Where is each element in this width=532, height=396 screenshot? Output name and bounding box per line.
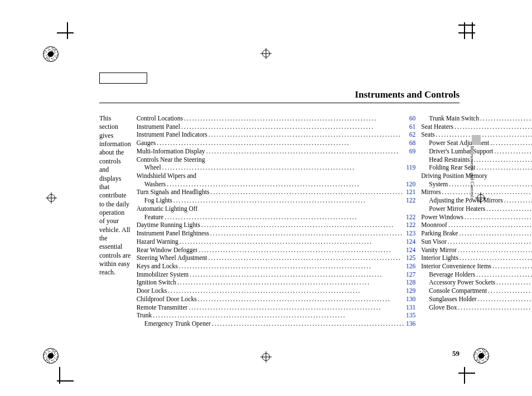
toc-leader-dots (188, 271, 406, 279)
intro-column: This section gives information about the… (99, 114, 137, 328)
toc-entry-label: Parking Brake (421, 229, 458, 238)
toc-entry-label: Driver's Lumbar Support (429, 147, 493, 156)
toc-entry-label: Multi-Information Display (137, 147, 205, 156)
registration-mark-icon (473, 348, 489, 364)
toc-entry-label: Interior Lights (421, 254, 458, 262)
toc-entry-label: Moonroof (421, 221, 447, 229)
toc-page-link[interactable]: 128 (406, 278, 415, 287)
toc-leader-dots (477, 295, 532, 303)
toc-entry-label: Controls Near the Steering (137, 156, 205, 164)
toc-leader-dots (463, 213, 532, 221)
toc-entry-label: Seat Heaters (421, 123, 453, 131)
toc-page-link[interactable]: 124 (406, 246, 415, 254)
toc-leader-dots (197, 295, 406, 303)
toc-leader-dots (200, 221, 406, 229)
toc-entry: Power Mirror Heaters146 (421, 205, 532, 213)
toc-entry-label: Trunk Main Switch (429, 114, 479, 123)
toc-entry: Adjusting the Power Mirrors146 (421, 196, 532, 205)
toc-leader-dots (187, 303, 406, 312)
toc-page-link[interactable]: 121 (406, 188, 415, 196)
toc-leader-dots (487, 287, 532, 295)
toc-entry: Moonroof150 (421, 221, 532, 229)
crop-mark-icon (452, 22, 475, 46)
toc-page-link[interactable]: 69 (409, 147, 416, 156)
toc-leader-dots (448, 180, 532, 189)
toc-leader-dots (491, 262, 532, 271)
toc-entry-label: Sunglasses Holder (429, 295, 476, 303)
toc-entry: Ignition Switch128 (137, 278, 416, 287)
toc-entry: Interior Convenience Items155 (421, 262, 532, 271)
toc-entry: Instrument Panel Brightness123 (137, 229, 416, 238)
toc-leader-dots (479, 114, 532, 123)
toc-entry: Instrument Panel Indicators62 (137, 131, 416, 139)
toc-page-link[interactable]: 131 (406, 303, 415, 312)
toc-entry-label: Remote Transmitter (137, 303, 188, 312)
toc-page-link[interactable]: 123 (406, 229, 415, 238)
toc-entry: Accessory Power Sockets156 (421, 278, 532, 287)
toc-leader-dots (176, 278, 406, 287)
toc-page-link[interactable]: 61 (409, 123, 416, 131)
toc-page-link[interactable]: 124 (406, 238, 415, 246)
crop-mark-icon (452, 360, 475, 384)
toc-page-link[interactable]: 122 (406, 213, 415, 221)
toc-entry-label: Power Mirror Heaters (429, 205, 485, 213)
toc-entry: Turn Signals and Headlights121 (137, 188, 416, 196)
toc-page-link[interactable]: 129 (406, 287, 415, 295)
toc-page-link[interactable]: 122 (406, 221, 415, 229)
toc-entry: Driver's Lumbar Support139 (421, 147, 532, 156)
crop-mark-icon (57, 360, 80, 384)
toc-leader-dots (197, 246, 406, 254)
toc-entry-label: Folding Rear Seat (429, 163, 475, 172)
toc-leader-dots (489, 139, 532, 147)
toc-entry-label: Ignition Switch (137, 278, 176, 287)
toc-leader-dots (457, 303, 532, 312)
crop-mark-icon (57, 22, 80, 46)
toc-page-link[interactable]: 125 (406, 254, 415, 262)
toc-entry: Sunglasses Holder158 (421, 295, 532, 303)
toc-entry-label: Fog Lights (144, 196, 172, 205)
toc-entry: Childproof Door Locks130 (137, 295, 416, 303)
toc-entry-label: Mirrors (421, 188, 441, 196)
toc-leader-dots (457, 246, 532, 254)
toc-entry: Control Locations60 (137, 114, 416, 123)
toc-entry-label: System (429, 180, 448, 189)
toc-leader-dots (183, 114, 409, 123)
toc-page-link[interactable]: 62 (409, 131, 416, 139)
toc-leader-dots (211, 320, 406, 328)
toc-leader-dots (453, 123, 532, 131)
toc-entry: Remote Transmitter131 (137, 303, 416, 312)
toc-entry: Wheel119 (137, 163, 416, 172)
toc-entry-label: Trunk (137, 311, 152, 320)
toc-leader-dots (166, 180, 406, 189)
toc-page-link[interactable]: 120 (406, 180, 415, 189)
toc-entry: Vanity Mirror152 (421, 246, 532, 254)
toc-page-link[interactable]: 127 (406, 271, 415, 279)
toc-entry-label: Rear Window Defogger (137, 246, 198, 254)
toc-page-link[interactable]: 68 (409, 139, 416, 147)
toc-page-link[interactable]: 119 (406, 163, 415, 172)
toc-leader-dots (156, 139, 409, 147)
toc-page-link[interactable]: 122 (406, 196, 415, 205)
toc-entry-label: Console Compartment (429, 287, 487, 295)
toc-entry: Trunk Main Switch136 (421, 114, 532, 123)
toc-page-link[interactable]: 136 (406, 320, 415, 328)
toc-entry-label: Power Windows (421, 213, 463, 221)
toc-leader-dots (161, 163, 407, 172)
toc-leader-dots (475, 163, 532, 172)
reference-box (99, 73, 147, 84)
toc-page-link[interactable]: 130 (406, 295, 415, 303)
toc-entry-label: Washers (144, 180, 166, 189)
toc-entry: Trunk135 (137, 311, 416, 320)
toc-entry: Rear Window Defogger124 (137, 246, 416, 254)
toc-entry-label: Glove Box (429, 303, 457, 312)
toc-entry: Driving Position Memory (421, 172, 532, 180)
toc-page-link[interactable]: 126 (406, 262, 415, 271)
toc-leader-dots (493, 147, 532, 156)
registration-cross-icon (260, 351, 272, 363)
toc-leader-dots (178, 262, 406, 271)
toc-entry: Door Locks129 (137, 287, 416, 295)
toc-page-link[interactable]: 60 (409, 114, 416, 123)
toc-page-link[interactable]: 135 (406, 311, 415, 320)
toc-leader-dots (475, 271, 532, 279)
toc-leader-dots (172, 196, 406, 205)
